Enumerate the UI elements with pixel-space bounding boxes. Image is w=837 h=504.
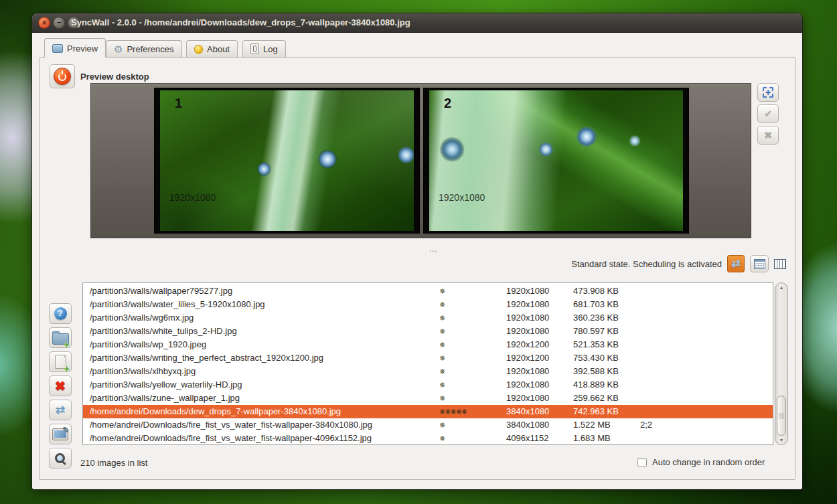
row-resolution: 3840x1080 <box>506 418 549 432</box>
magnifier-icon <box>54 452 67 465</box>
table-row[interactable]: /partition3/walls/water_lilies_5-1920x10… <box>83 298 773 311</box>
tab-log-label: Log <box>263 44 278 54</box>
preview-desktop-label: Preview desktop <box>80 72 149 82</box>
row-resolution: 1920x1200 <box>506 338 549 351</box>
tab-preview-label: Preview <box>67 44 98 54</box>
table-row[interactable]: /home/andrei/Downloads/fire_fist_vs_wate… <box>83 418 773 432</box>
scroll-down-button[interactable]: ▼ <box>775 438 787 442</box>
row-resolution: 1920x1200 <box>506 351 549 365</box>
table-row[interactable]: /partition3/walls/white_tulips_2-HD.jpg✵… <box>83 325 773 338</box>
row-rating-stars: ✵ <box>439 284 445 298</box>
table-row[interactable]: /partition3/walls/writing_the_perfect_ab… <box>83 351 773 365</box>
refresh-list-button[interactable]: ⇄ <box>49 400 72 420</box>
close-x-icon: ✖ <box>764 130 772 141</box>
desktop: { "window": { "title": "SyncWall - 2.0.0… <box>0 0 837 504</box>
row-path: /partition3/walls/zune-_wallpaper_1.jpg <box>90 392 240 405</box>
tab-preferences[interactable]: ⚙ Preferences <box>106 40 182 57</box>
check-icon: ✔ <box>764 108 772 119</box>
row-path: /partition3/walls/wallpaper795277.jpg <box>90 284 232 298</box>
row-path: /partition3/walls/writing_the_perfect_ab… <box>90 351 323 365</box>
row-path: /partition3/walls/white_tulips_2-HD.jpg <box>90 325 237 338</box>
monitor-2-resolution: 1920x1080 <box>439 192 485 203</box>
bulb-icon <box>194 45 203 54</box>
row-resolution: 1920x1080 <box>506 311 549 325</box>
image-count-label: 210 images in list <box>80 458 147 468</box>
row-path: /partition3/walls/water_lilies_5-1920x10… <box>90 298 265 311</box>
row-rating-stars: ✵ <box>439 298 445 311</box>
tab-about[interactable]: About <box>186 40 238 57</box>
calendar-icon <box>754 259 765 269</box>
titlebar[interactable]: × – □ SyncWall - 2.0.0 - /home/andrei/Do… <box>32 13 802 33</box>
row-resolution: 1920x1080 <box>506 284 549 298</box>
random-order-label[interactable]: Auto change in random order <box>652 457 765 467</box>
table-row[interactable]: /partition3/walls/xlhbyxq.jpg✵1920x10803… <box>83 365 773 378</box>
row-path: /partition3/walls/wp_1920.jpeg <box>90 338 206 351</box>
row-rating-stars: ✵ <box>439 365 445 378</box>
preview-desktop-button[interactable] <box>50 64 75 88</box>
row-size: 742.963 KB <box>573 405 619 418</box>
row-size: 753.430 KB <box>573 351 619 365</box>
row-rating-stars: ✵ <box>439 418 445 432</box>
calendar-view-button[interactable] <box>750 255 769 272</box>
table-row[interactable]: /partition3/walls/yellow_waterlily-HD.jp… <box>83 378 773 392</box>
row-size: 521.353 KB <box>573 338 619 351</box>
row-path: /partition3/walls/yellow_waterlily-HD.jp… <box>90 378 242 392</box>
tab-log[interactable]: Log <box>242 40 286 57</box>
monitor-2-preview[interactable]: 2 1920x1080 <box>423 88 689 234</box>
add-file-button[interactable]: + <box>49 351 72 372</box>
tab-about-label: About <box>207 44 230 54</box>
columns-view-button[interactable] <box>774 259 786 269</box>
add-folder-button[interactable]: + <box>49 327 72 348</box>
monitor-1-screen: 1 1920x1080 <box>160 90 414 231</box>
row-rating-stars: ✵ <box>439 351 445 365</box>
schedule-sync-icon: ⇄ <box>727 255 745 272</box>
remove-image-button[interactable]: ✖ <box>49 375 72 396</box>
row-path: /home/andrei/Downloads/fire_fist_vs_wate… <box>90 418 372 432</box>
row-size: 418.889 KB <box>573 378 619 392</box>
preview-image-button[interactable] <box>49 448 72 469</box>
set-wallpaper-button[interactable]: ✎ <box>49 424 72 444</box>
random-order-option: Auto change in random order <box>637 457 765 467</box>
row-rating-stars: ✵✵✵✵✵ <box>439 405 467 418</box>
row-rating-stars: ✵ <box>439 311 445 325</box>
monitor-1-preview[interactable]: 1 1920x1080 <box>154 88 420 234</box>
table-row[interactable]: /partition3/walls/wallpaper795277.jpg✵19… <box>83 284 773 298</box>
file-list[interactable]: /partition3/walls/wallpaper795277.jpg✵19… <box>82 282 773 445</box>
close-button[interactable]: × <box>38 17 50 29</box>
refresh-icon: ⇄ <box>56 404 65 416</box>
monitor-icon <box>52 44 63 53</box>
minimize-button[interactable]: – <box>53 17 65 29</box>
apply-wallpaper-button[interactable]: ✔ <box>757 104 779 123</box>
splitter-handle[interactable]: ⋯ <box>426 248 441 255</box>
table-row[interactable]: /home/andrei/Downloads/dew_drops_7-wallp… <box>83 405 773 418</box>
table-row[interactable]: /partition3/walls/wp_1920.jpeg✵1920x1200… <box>83 338 773 351</box>
row-resolution: 1920x1080 <box>506 298 549 311</box>
paperclip-icon <box>250 44 259 54</box>
select-monitor-button[interactable]: + <box>757 83 779 102</box>
row-resolution: 4096x1152 <box>506 432 548 445</box>
tab-preview[interactable]: Preview <box>44 38 106 58</box>
discard-button[interactable]: ✖ <box>757 126 779 145</box>
row-size: 1.683 MB <box>573 432 611 445</box>
row-rating-stars: ✵ <box>439 392 445 405</box>
table-row[interactable]: /partition3/walls/zune-_wallpaper_1.jpg✵… <box>83 392 773 405</box>
row-rating-stars: ✵ <box>439 432 445 445</box>
help-button[interactable]: ? <box>49 303 72 324</box>
status-text: Standard state. Scheduling is activated <box>571 259 722 269</box>
row-rating-stars: ✵ <box>439 378 445 392</box>
remove-x-icon: ✖ <box>55 380 66 392</box>
random-order-checkbox[interactable] <box>637 458 647 467</box>
row-path: /partition3/walls/wg6mx.jpg <box>90 311 194 325</box>
app-window: × – □ SyncWall - 2.0.0 - /home/andrei/Do… <box>32 13 802 489</box>
row-resolution: 1920x1080 <box>506 378 549 392</box>
row-path: /home/andrei/Downloads/fire_fist_vs_wate… <box>90 432 372 445</box>
table-row[interactable]: /home/andrei/Downloads/fire_fist_vs_wate… <box>83 432 773 445</box>
row-extra: 2;2 <box>640 418 652 432</box>
row-path: /partition3/walls/xlhbyxq.jpg <box>90 365 196 378</box>
scrollbar-thumb[interactable] <box>777 396 786 436</box>
row-size: 473.908 KB <box>573 284 619 298</box>
table-row[interactable]: /partition3/walls/wg6mx.jpg✵1920x1080360… <box>83 311 773 325</box>
scroll-up-button[interactable]: ▲ <box>775 285 787 290</box>
list-scrollbar[interactable]: ▲ ▼ <box>775 282 788 445</box>
row-size: 360.236 KB <box>573 311 619 325</box>
